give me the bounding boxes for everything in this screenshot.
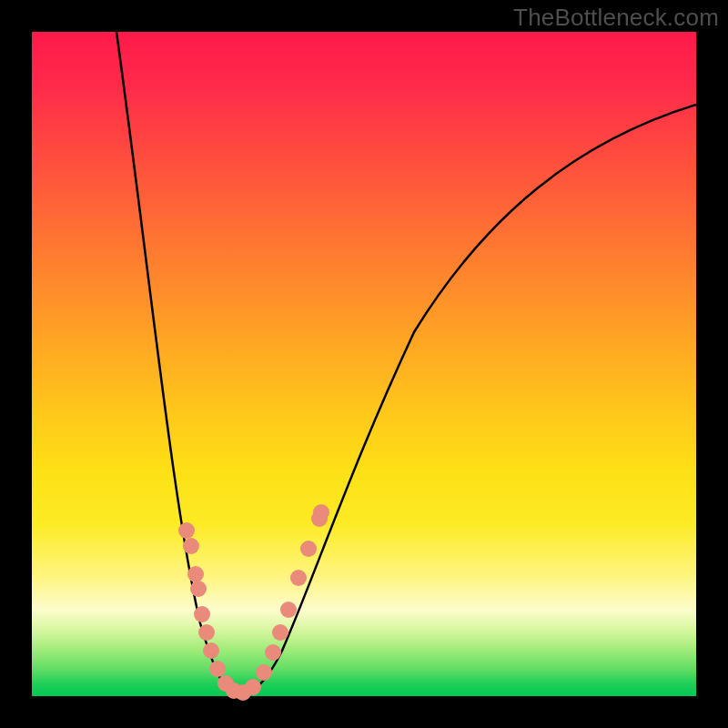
sample-dot xyxy=(209,661,226,677)
sample-dot xyxy=(198,624,215,641)
sample-dot xyxy=(272,624,288,641)
sample-dot xyxy=(256,664,272,681)
chart-svg xyxy=(32,32,696,696)
sample-dot xyxy=(194,606,210,622)
sample-dot xyxy=(190,581,207,597)
sample-dot xyxy=(300,541,317,557)
sample-dot xyxy=(178,522,195,539)
sample-dot xyxy=(183,538,199,554)
sample-dot xyxy=(203,642,219,659)
sample-dots-group xyxy=(178,504,329,701)
sample-dot xyxy=(280,602,297,618)
sample-dot xyxy=(265,644,281,661)
sample-dot xyxy=(245,679,261,695)
chart-frame: TheBottleneck.com xyxy=(0,0,728,728)
watermark-text: TheBottleneck.com xyxy=(513,4,719,32)
chart-plot-area xyxy=(32,32,696,696)
sample-dot xyxy=(290,570,307,586)
sample-dot xyxy=(313,504,329,521)
sample-dot xyxy=(187,566,204,582)
